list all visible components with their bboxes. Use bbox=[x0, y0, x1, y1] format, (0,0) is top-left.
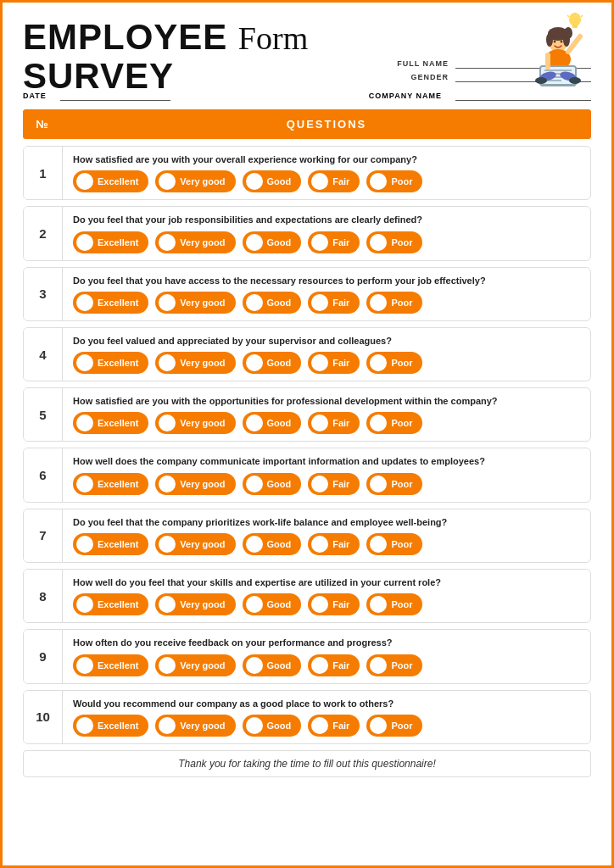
question-options: ExcellentVery goodGoodFairPoor bbox=[73, 352, 582, 374]
svg-point-7 bbox=[546, 33, 553, 47]
radio-label: Excellent bbox=[98, 721, 138, 731]
radio-option[interactable]: Fair bbox=[308, 412, 360, 434]
radio-option[interactable]: Very good bbox=[155, 473, 235, 495]
radio-option[interactable]: Poor bbox=[366, 352, 422, 374]
question-text: How often do you receive feedback on you… bbox=[73, 637, 582, 648]
radio-option[interactable]: Excellent bbox=[73, 533, 148, 555]
radio-label: Poor bbox=[391, 298, 412, 308]
radio-label: Good bbox=[267, 660, 292, 670]
radio-option[interactable]: Fair bbox=[308, 654, 360, 676]
radio-option[interactable]: Good bbox=[243, 593, 302, 615]
radio-label: Poor bbox=[391, 539, 412, 549]
radio-label: Fair bbox=[332, 479, 349, 489]
radio-option[interactable]: Good bbox=[243, 170, 302, 192]
col-num: № bbox=[23, 109, 62, 139]
radio-option[interactable]: Good bbox=[243, 473, 302, 495]
radio-label: Excellent bbox=[98, 599, 138, 609]
radio-option[interactable]: Fair bbox=[308, 231, 360, 253]
radio-option[interactable]: Very good bbox=[155, 533, 235, 555]
radio-option[interactable]: Fair bbox=[308, 170, 360, 192]
radio-circle-icon bbox=[159, 657, 176, 674]
question-number: 9 bbox=[24, 630, 63, 682]
radio-option[interactable]: Poor bbox=[366, 412, 422, 434]
footer: Thank you for taking the time to fill ou… bbox=[23, 750, 591, 777]
radio-option[interactable]: Very good bbox=[155, 654, 235, 676]
radio-option[interactable]: Poor bbox=[366, 292, 422, 314]
radio-option[interactable]: Excellent bbox=[73, 292, 148, 314]
question-content: Do you feel that the company prioritizes… bbox=[63, 509, 590, 562]
radio-circle-icon bbox=[159, 354, 176, 371]
radio-circle-icon bbox=[159, 294, 176, 311]
avatar bbox=[522, 13, 594, 89]
radio-circle-icon bbox=[159, 476, 176, 492]
radio-option[interactable]: Good bbox=[243, 533, 302, 555]
question-options: ExcellentVery goodGoodFairPoor bbox=[73, 292, 582, 314]
question-row: 1How satisfied are you with your overall… bbox=[23, 146, 591, 200]
question-content: Would you recommend our company as a goo… bbox=[63, 691, 590, 743]
date-section[interactable]: DATE bbox=[23, 91, 170, 101]
radio-option[interactable]: Good bbox=[243, 352, 302, 374]
radio-option[interactable]: Excellent bbox=[73, 473, 148, 495]
question-text: Do you feel that you have access to the … bbox=[73, 275, 582, 287]
question-text: How satisfied are you with your overall … bbox=[73, 153, 582, 165]
radio-option[interactable]: Good bbox=[243, 412, 302, 434]
radio-option[interactable]: Poor bbox=[366, 231, 422, 253]
radio-option[interactable]: Excellent bbox=[73, 352, 148, 374]
radio-option[interactable]: Poor bbox=[366, 715, 422, 737]
radio-option[interactable]: Very good bbox=[155, 292, 235, 314]
date-label: DATE bbox=[23, 92, 47, 100]
radio-option[interactable]: Good bbox=[243, 292, 302, 314]
question-text: Do you feel that the company prioritizes… bbox=[73, 516, 582, 528]
radio-circle-icon bbox=[370, 536, 387, 553]
radio-option[interactable]: Fair bbox=[308, 473, 360, 495]
radio-option[interactable]: Poor bbox=[366, 593, 422, 615]
radio-label: Fair bbox=[332, 418, 349, 428]
radio-circle-icon bbox=[159, 717, 176, 734]
radio-option[interactable]: Very good bbox=[155, 593, 235, 615]
radio-option[interactable]: Good bbox=[243, 231, 302, 253]
radio-option[interactable]: Poor bbox=[366, 654, 422, 676]
full-name-label: FULL NAME bbox=[397, 59, 449, 68]
radio-option[interactable]: Excellent bbox=[73, 170, 148, 192]
radio-option[interactable]: Fair bbox=[308, 352, 360, 374]
radio-option[interactable]: Very good bbox=[155, 715, 235, 737]
radio-circle-icon bbox=[370, 354, 387, 371]
question-number: 4 bbox=[24, 328, 63, 381]
radio-label: Very good bbox=[180, 479, 225, 489]
svg-line-17 bbox=[568, 36, 580, 52]
radio-label: Poor bbox=[391, 176, 412, 186]
radio-label: Poor bbox=[391, 358, 412, 368]
question-number: 3 bbox=[24, 268, 63, 320]
question-text: How well do you feel that your skills an… bbox=[73, 576, 582, 588]
radio-option[interactable]: Good bbox=[243, 654, 302, 676]
radio-label: Excellent bbox=[98, 358, 138, 368]
radio-option[interactable]: Poor bbox=[366, 170, 422, 192]
radio-circle-icon bbox=[76, 536, 93, 553]
radio-option[interactable]: Excellent bbox=[73, 412, 148, 434]
question-row: 6How well does the company communicate i… bbox=[23, 448, 591, 502]
radio-label: Good bbox=[267, 358, 292, 368]
question-content: How often do you receive feedback on you… bbox=[63, 630, 590, 682]
question-row: 5How satisfied are you with the opportun… bbox=[23, 387, 591, 442]
radio-option[interactable]: Very good bbox=[155, 231, 235, 253]
radio-option[interactable]: Fair bbox=[308, 715, 360, 737]
radio-option[interactable]: Fair bbox=[308, 593, 360, 615]
radio-label: Very good bbox=[180, 418, 225, 428]
radio-option[interactable]: Excellent bbox=[73, 654, 148, 676]
radio-option[interactable]: Fair bbox=[308, 533, 360, 555]
radio-option[interactable]: Very good bbox=[155, 352, 235, 374]
radio-label: Fair bbox=[332, 721, 349, 731]
svg-line-3 bbox=[567, 15, 569, 17]
radio-option[interactable]: Excellent bbox=[73, 593, 148, 615]
radio-label: Excellent bbox=[98, 660, 138, 670]
radio-option[interactable]: Good bbox=[243, 715, 302, 737]
radio-option[interactable]: Poor bbox=[366, 473, 422, 495]
radio-option[interactable]: Excellent bbox=[73, 231, 148, 253]
radio-option[interactable]: Fair bbox=[308, 292, 360, 314]
radio-option[interactable]: Poor bbox=[366, 533, 422, 555]
question-options: ExcellentVery goodGoodFairPoor bbox=[73, 231, 582, 253]
radio-label: Good bbox=[267, 599, 292, 609]
radio-option[interactable]: Excellent bbox=[73, 715, 148, 737]
radio-option[interactable]: Very good bbox=[155, 412, 235, 434]
radio-option[interactable]: Very good bbox=[155, 170, 235, 192]
